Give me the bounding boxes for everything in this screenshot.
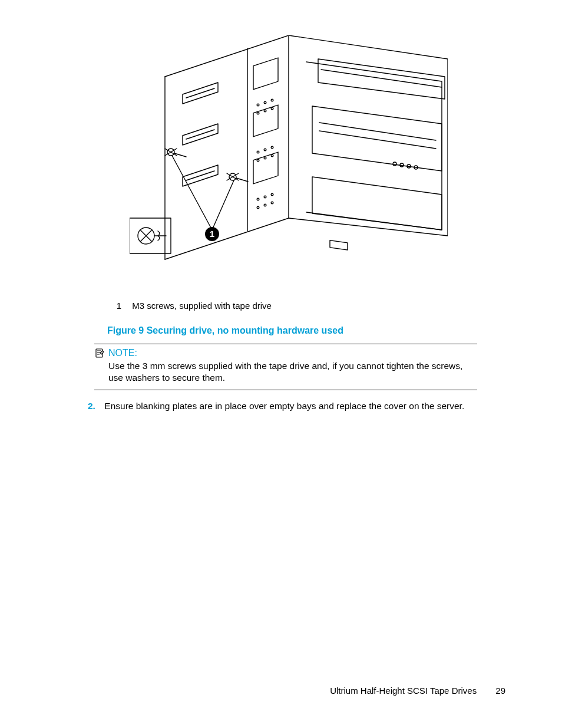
step-text: Ensure blanking plates are in place over… bbox=[104, 401, 464, 411]
svg-point-18 bbox=[257, 151, 259, 153]
figure-caption: Figure 9 Securing drive, no mounting har… bbox=[107, 325, 343, 336]
svg-line-32 bbox=[186, 171, 214, 180]
svg-point-28 bbox=[264, 204, 266, 206]
figure-callout-row: 1 M3 screws, supplied with tape drive bbox=[111, 301, 272, 311]
note-block: NOTE: Use the 3 mm screws supplied with … bbox=[94, 344, 477, 390]
callout-number: 1 bbox=[111, 301, 121, 311]
footer-doc-title: Ultrium Half-Height SCSI Tape Drives bbox=[330, 686, 477, 696]
svg-point-12 bbox=[257, 104, 259, 106]
svg-point-19 bbox=[264, 149, 266, 151]
svg-line-31 bbox=[186, 130, 214, 139]
svg-line-30 bbox=[186, 88, 214, 98]
svg-point-20 bbox=[271, 146, 273, 149]
svg-point-29 bbox=[271, 202, 273, 204]
svg-rect-9 bbox=[253, 58, 278, 90]
callout-text: M3 screws, supplied with tape drive bbox=[132, 301, 272, 311]
svg-point-14 bbox=[271, 99, 273, 101]
figure-illustration: 1 bbox=[130, 35, 448, 265]
svg-point-21 bbox=[257, 159, 259, 162]
svg-line-3 bbox=[319, 123, 436, 140]
page-footer: Ultrium Half-Height SCSI Tape Drives 29 bbox=[330, 686, 505, 696]
footer-page-number: 29 bbox=[495, 686, 505, 696]
svg-point-27 bbox=[257, 206, 259, 209]
svg-line-41 bbox=[172, 156, 212, 230]
svg-point-22 bbox=[264, 157, 266, 159]
drive-securing-illustration: 1 bbox=[130, 35, 448, 265]
step-row: 2. Ensure blanking plates are in place o… bbox=[88, 401, 482, 411]
svg-point-17 bbox=[271, 107, 273, 110]
note-icon bbox=[94, 348, 105, 358]
svg-line-2 bbox=[319, 131, 436, 149]
svg-rect-8 bbox=[330, 241, 348, 250]
callout-marker: 1 bbox=[210, 229, 214, 239]
svg-line-42 bbox=[212, 180, 234, 230]
svg-point-15 bbox=[257, 112, 259, 114]
svg-point-25 bbox=[264, 196, 266, 198]
svg-point-23 bbox=[271, 154, 273, 157]
svg-point-24 bbox=[257, 198, 259, 200]
page: 1 1 M3 screws, supplied with tape drive … bbox=[0, 0, 562, 728]
note-label: NOTE: bbox=[108, 348, 477, 358]
note-body: Use the 3 mm screws supplied with the ta… bbox=[108, 360, 477, 384]
svg-point-26 bbox=[271, 193, 273, 196]
svg-point-4 bbox=[393, 162, 396, 166]
svg-point-16 bbox=[264, 110, 266, 112]
step-number: 2. bbox=[88, 401, 102, 411]
svg-point-13 bbox=[264, 101, 266, 104]
